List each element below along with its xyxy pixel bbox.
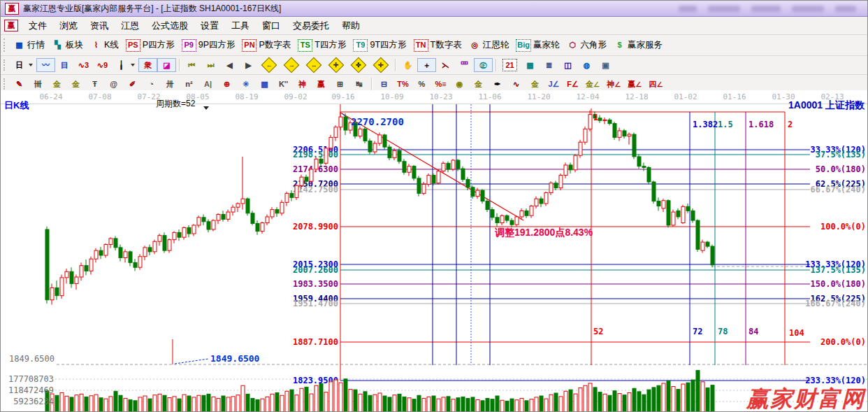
kline-button[interactable]: ⌇K线 <box>87 38 122 52</box>
f-angle-icon[interactable]: F∠ <box>563 77 582 91</box>
gold-circle-icon[interactable]: ◉ <box>450 77 469 91</box>
calendar-21-icon[interactable]: 21 <box>499 57 521 73</box>
crosshair-tool-icon[interactable]: ＋ <box>417 58 436 72</box>
zoom-in-diamond-icon[interactable]: ✜ <box>347 57 370 73</box>
span-arrows-icon[interactable]: ↹ <box>349 77 368 91</box>
trend-zigzag-icon[interactable]: 〰 <box>36 58 55 72</box>
gold-angle-icon[interactable]: 金∠ <box>582 77 603 91</box>
t-number-table-button[interactable]: TNT数字表 <box>410 38 465 53</box>
9p-square-button[interactable]: P99P四方形 <box>178 38 239 53</box>
grid-star-icon[interactable]: ▩ <box>255 77 274 91</box>
ying-tool-icon[interactable]: 赢 <box>312 77 331 91</box>
quotes-button[interactable]: ▦行情 <box>10 38 48 52</box>
ruler2-icon[interactable]: 卅 <box>161 77 180 91</box>
title-bar: 赢 赢家江恩专业版[赢家内部服务平台] - [上证指数 SH1A0001-167… <box>1 1 867 17</box>
grid-123-icon[interactable]: ⊞ <box>331 77 349 91</box>
shen-tool-icon[interactable]: 神 <box>293 77 312 91</box>
toolbar-separator <box>371 78 372 90</box>
hexagon-button[interactable]: ⬡六角形 <box>563 38 610 52</box>
percent-icon[interactable]: % <box>412 77 431 91</box>
skip-last-icon[interactable]: ⏭ <box>201 58 220 72</box>
stat-table-icon[interactable]: ⊟ <box>375 77 393 91</box>
menu-item-设置[interactable]: 设置 <box>194 17 225 34</box>
skip-first-icon[interactable]: ⏮ <box>182 58 201 72</box>
info-doc-icon[interactable]: 目 <box>55 58 74 72</box>
winner-service-button[interactable]: $赢家服务 <box>610 38 666 52</box>
p-square-button[interactable]: PSP四方形 <box>122 38 178 53</box>
ying-angle-icon[interactable]: 赢∠ <box>624 77 645 91</box>
j-angle-icon[interactable]: J∠ <box>544 77 563 91</box>
volume-profile-icon[interactable]: ◪ <box>157 58 176 72</box>
mirror-a-icon[interactable]: A| <box>198 77 217 91</box>
compass2-icon[interactable]: ✐ <box>123 77 142 91</box>
volume-axis-label: 59236234 <box>13 397 54 406</box>
four-angle-icon[interactable]: 四∠ <box>645 77 666 91</box>
percent-levels-icon[interactable]: %≡ <box>431 77 450 91</box>
candle-style-selector[interactable]: ╽ <box>112 58 138 72</box>
shen-angle-icon[interactable]: 神∠ <box>603 77 624 91</box>
t-square-button[interactable]: TST四方形 <box>294 38 349 53</box>
pan-all-icon[interactable]: ✛ <box>325 57 347 73</box>
menu-item-江恩[interactable]: 江恩 <box>115 17 145 34</box>
spiral-icon[interactable]: @ <box>104 77 123 91</box>
menu-item-文件[interactable]: 文件 <box>22 17 53 34</box>
web-chart-icon[interactable]: ◍ <box>577 58 596 72</box>
clock-cycle-icon[interactable]: ◔ <box>142 77 161 91</box>
hand-tool-icon[interactable]: ✋ <box>398 58 417 72</box>
menu-item-公式选股[interactable]: 公式选股 <box>145 17 194 34</box>
candle-body <box>613 124 616 138</box>
memo-icon[interactable]: ≣ <box>540 58 558 72</box>
angle-tool-icon[interactable]: ⋋ <box>436 58 455 72</box>
t-percent-icon[interactable]: T% <box>393 77 412 91</box>
winner-wheel-button[interactable]: Big赢家轮 <box>512 38 563 53</box>
candle-body <box>505 215 509 220</box>
pan-left-icon[interactable]: ← <box>258 57 280 73</box>
gann-wheel-button[interactable]: ◎江恩轮 <box>465 38 513 52</box>
pan-right-icon[interactable]: → <box>280 57 303 73</box>
circle-cross-icon[interactable]: ⊕ <box>217 77 236 91</box>
toolbar-grip[interactable] <box>3 38 7 52</box>
wave-ruler-icon[interactable]: ∿ <box>507 77 526 91</box>
candle-body <box>701 242 704 250</box>
skip-last-icon: ⏭ <box>205 59 217 71</box>
menu-item-窗口[interactable]: 窗口 <box>256 17 287 34</box>
menu-item-资讯[interactable]: 资讯 <box>84 17 115 34</box>
marker-pen-icon[interactable]: ✒ <box>488 77 507 91</box>
calculator-icon[interactable]: ▦ <box>521 58 540 72</box>
9t-square-button[interactable]: T99T四方形 <box>349 38 410 53</box>
gold-ruler-icon[interactable]: 金 <box>48 77 66 91</box>
menu-item-交易委托[interactable]: 交易委托 <box>287 17 335 34</box>
step-back-icon[interactable]: ◀ <box>220 58 239 72</box>
starburst-icon[interactable]: ✳ <box>236 77 255 91</box>
smart-analysis-icon[interactable]: ㊣ <box>474 58 493 72</box>
gann-wheel-button-label: 江恩轮 <box>483 39 509 51</box>
gold-levels-icon[interactable]: 金 <box>469 77 488 91</box>
zoom-out-diamond-icon[interactable]: ✢ <box>370 57 392 73</box>
toolbar-grip[interactable] <box>3 78 7 90</box>
n-square-icon[interactable]: n² <box>180 77 198 91</box>
workstation-icon[interactable]: ▣ <box>596 58 615 72</box>
sectors-button[interactable]: ▚板块 <box>48 38 87 52</box>
pattern-match-icon[interactable]: 衆 <box>138 58 157 72</box>
menu-item-帮助[interactable]: 帮助 <box>335 17 366 34</box>
menu-item-工具[interactable]: 工具 <box>225 17 256 34</box>
step-forward-icon[interactable]: ▶ <box>239 58 258 72</box>
period-day-selector[interactable]: 日 <box>10 58 36 72</box>
chart-area[interactable]: 06-2407-0807-2208-0508-1909-0209-1610-09… <box>1 90 867 411</box>
wave-3-count-icon[interactable]: ∿3 <box>74 58 93 72</box>
toolbar-grip[interactable] <box>3 59 7 71</box>
gann-grid-icon[interactable]: 罒 <box>455 58 474 72</box>
time-ruler-icon[interactable]: 卌 <box>29 77 48 91</box>
wave-9-count-icon[interactable]: ∿9 <box>93 58 112 72</box>
pan-horizontal-icon[interactable]: ↔ <box>303 57 325 73</box>
menu-item-浏览[interactable]: 浏览 <box>53 17 84 34</box>
p-number-table-button[interactable]: PNP数字表 <box>238 38 294 53</box>
compass-draw-icon[interactable]: ✎ <box>10 77 29 91</box>
kline-chart-canvas[interactable]: 2206.510033.33%(120)2198.540037.5%(135)2… <box>1 90 868 412</box>
gold-line-icon[interactable]: 金 <box>526 77 544 91</box>
fib-ruler-icon[interactable]: Ŧ <box>85 77 104 91</box>
gold-ruler2-icon[interactable]: 金 <box>66 77 85 91</box>
save-icon[interactable]: ◫ <box>558 58 577 72</box>
volume-bar <box>119 395 122 412</box>
k-mark-icon[interactable]: K'' <box>274 77 293 91</box>
